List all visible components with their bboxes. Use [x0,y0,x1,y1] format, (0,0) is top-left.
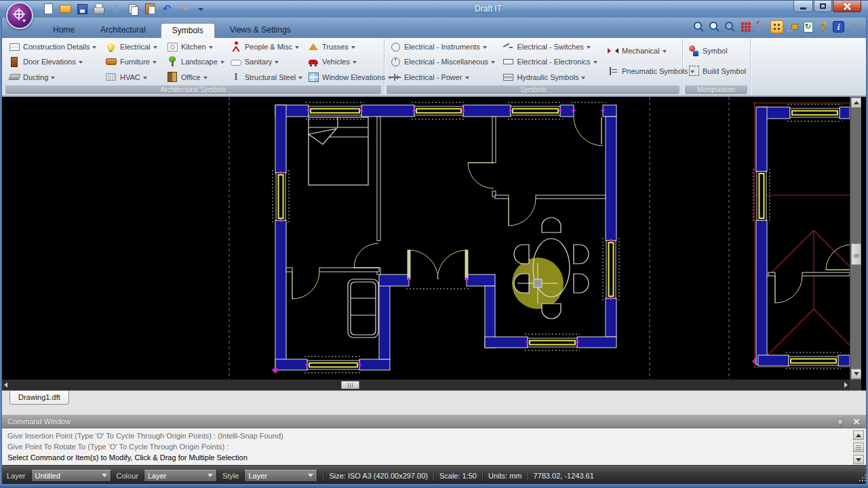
electrical-instruments-icon [390,41,401,52]
document-tab[interactable]: Drawing1.dft [9,391,69,405]
ribbon-item-door-elevations[interactable]: Door Elevations [7,54,104,69]
ribbon-item-electrical[interactable]: Electrical [104,39,165,54]
electrical-icon [106,41,117,52]
regenerate-icon[interactable] [802,20,814,33]
kitchen-icon [167,41,178,52]
pan-zoom-icon[interactable] [724,20,736,33]
undo-icon[interactable]: ↶ [161,3,173,15]
door-elevations-icon [9,56,20,67]
app-menu-button[interactable] [6,2,33,29]
grid-toggle-icon[interactable] [739,20,752,33]
chevron-down-icon [208,474,213,477]
grid-lock-icon[interactable] [786,20,799,33]
canvas-horizontal-scrollbar[interactable] [2,380,850,390]
colour-dropdown[interactable]: Layer [144,470,217,482]
snap-toggle-icon[interactable] [770,20,783,33]
layer-dropdown[interactable]: Untitled [31,470,111,482]
ribbon-item-build-symbol[interactable]: Build Symbol [687,63,750,79]
units: Units: mm [488,472,522,480]
command-window-header[interactable]: Command Window [2,415,866,428]
scroll-up-icon[interactable] [853,430,864,440]
people-misc-icon [231,41,241,52]
ortho-toggle-icon[interactable] [755,20,768,33]
ribbon-item-pneumatic-symbols[interactable]: Pneumatic Symbols [606,63,679,79]
ribbon-item-symbol[interactable]: Symbol [687,43,750,58]
window-elevations-icon [308,72,319,83]
ribbon-item-window-elevations[interactable]: Window Elevations [307,70,381,85]
ribbon-item-landscape[interactable]: Landscape [165,54,229,69]
horizontal-scroll-thumb[interactable] [341,381,359,389]
quick-access-more-icon[interactable] [195,3,207,15]
open-file-icon[interactable] [59,3,71,15]
paste-icon[interactable] [144,3,156,15]
titlebar: ↶ ↷ Draft IT [0,0,868,18]
copy-icon[interactable] [127,3,139,15]
zoom-extents-icon[interactable] [692,20,705,33]
ducting-icon [9,72,20,83]
ribbon-item-electrical-miscellaneous[interactable]: Electrical - Miscellaneous [389,54,501,69]
ribbon-item-electrical-switches[interactable]: Electrical - Switches [501,39,606,54]
info-icon[interactable]: i [833,21,844,33]
close-button[interactable] [833,1,861,12]
crosshair-icon [12,7,28,24]
maximize-button[interactable] [814,1,832,12]
ribbon-item-electrical-electronics[interactable]: Electrical - Electronics [501,54,606,69]
ribbon-item-mechanical[interactable]: Mechanical [606,43,679,58]
ribbon-item-kitchen[interactable]: Kitchen [165,39,229,54]
chevron-down-icon [587,46,591,49]
mechanical-icon [608,45,618,56]
ribbon-item-trusses[interactable]: Trusses [307,39,381,54]
save-icon[interactable] [76,3,88,15]
build-symbol-icon [688,66,699,77]
tab-symbols[interactable]: Symbols [161,23,215,39]
symbol-icon [688,45,699,56]
scroll-left-icon[interactable] [4,382,7,388]
close-ribbon-icon[interactable] [847,20,860,33]
ribbon-item-structural-steel[interactable]: Structural Steel [229,70,307,85]
chevron-down-icon [102,474,107,477]
resize-grip[interactable] [859,474,866,481]
scroll-right-icon[interactable] [844,382,848,388]
ribbon-item-ducting[interactable]: Ducting [7,70,104,85]
scroll-down-icon[interactable] [851,369,861,379]
ribbon-item-office[interactable]: Office [165,70,229,85]
ribbon-item-hvac[interactable]: HVAC [104,70,165,85]
chevron-down-icon [298,77,302,79]
tab-architectural[interactable]: Architectural [90,23,157,39]
ribbon-item-people-misc[interactable]: People & Misc [229,39,307,54]
zoom-window-icon[interactable] [708,20,721,33]
tab-views-settings[interactable]: Views & Settings [219,23,302,39]
help-icon[interactable]: ? [817,20,830,33]
cut-icon[interactable] [110,3,122,15]
window-border [0,484,868,488]
ribbon-item-furniture[interactable]: Furniture [104,54,165,69]
chevron-down-icon [351,46,355,49]
minimize-button[interactable] [793,1,813,12]
group-symbols: Electrical - Instruments Electrical - Mi… [384,39,683,95]
group-label: Architectural Symbols [5,85,381,94]
redo-icon[interactable]: ↷ [178,3,190,15]
pin-icon[interactable] [837,419,843,424]
ribbon-item-sanitary[interactable]: Sanitary [229,54,307,69]
window-border [0,18,2,484]
command-history[interactable]: Give Insertion Point (Type 'O' To Cycle … [2,428,866,466]
ribbon-item-electrical-power[interactable]: Electrical - Power [389,70,501,85]
scroll-down-icon[interactable] [853,455,864,464]
furniture-icon [106,56,117,67]
ribbon-item-vehicles[interactable]: Vehicles [307,54,381,69]
command-scroll-thumb[interactable] [853,443,864,452]
new-file-icon[interactable] [42,3,54,15]
drawing-canvas[interactable] [2,97,850,380]
canvas-vertical-scrollbar[interactable] [850,97,861,380]
vertical-scroll-thumb[interactable] [851,243,861,265]
ribbon-item-construction-details[interactable]: Construction Details [7,39,104,54]
scroll-up-icon[interactable] [851,98,861,108]
ribbon-item-electrical-instruments[interactable]: Electrical - Instruments [389,39,501,54]
style-dropdown[interactable]: Layer [244,470,317,482]
trusses-icon [308,41,319,52]
command-scrollbar[interactable] [853,430,864,464]
print-icon[interactable] [93,3,105,15]
close-icon[interactable] [852,418,861,426]
tab-home[interactable]: Home [42,23,85,39]
ribbon-item-hydraulic-symbols[interactable]: Hydraulic Symbols [501,70,606,85]
